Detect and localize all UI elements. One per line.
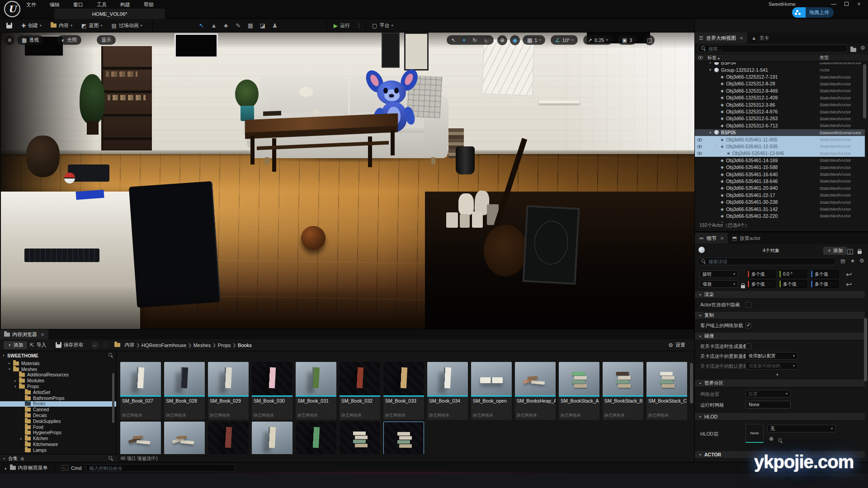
section-replication[interactable]: ▾复制: [695, 312, 865, 319]
perspective-selector[interactable]: ▦透视: [17, 35, 43, 45]
breadcrumb-item-HQRetroFarmhouse[interactable]: HQRetroFarmhouse: [142, 343, 186, 348]
create-folder-icon[interactable]: [850, 46, 859, 54]
display-filter-icon[interactable]: ▤: [840, 258, 845, 264]
outliner-row[interactable]: ◆: [695, 220, 865, 222]
folder-item-HygieneProps[interactable]: HygieneProps: [0, 430, 116, 436]
breadcrumb-item-Meshes[interactable]: Meshes: [193, 343, 211, 348]
gen-overlap-checkbox[interactable]: [745, 343, 751, 349]
content-settings-button[interactable]: ⚙设置: [665, 340, 688, 350]
outliner-row[interactable]: ◆Obj3d66-1325312-6-713StaticMeshActor: [695, 122, 865, 129]
menu-item-编辑[interactable]: 编辑: [50, 1, 60, 8]
favorites-icon[interactable]: ★: [850, 258, 855, 264]
outliner-scrollbar[interactable]: [863, 64, 866, 118]
rotation-y-field[interactable]: 0.0 °: [779, 270, 807, 278]
asset-tile-SM_Book_028[interactable]: SM_Book_028静态网格体: [164, 362, 205, 420]
asset-tile-SM_Book_open[interactable]: SM_Book_open静态网格体: [471, 362, 512, 420]
scale-tool-icon[interactable]: ↔: [482, 36, 491, 44]
section-hlod[interactable]: ▾HLOD: [695, 413, 865, 421]
outliner-search[interactable]: [698, 45, 848, 52]
outliner-row[interactable]: ◆Obj3d66-535461-32-220StaticMeshActor: [695, 212, 865, 219]
play-button[interactable]: ▶运行: [331, 21, 353, 30]
blueprint-convert-icon[interactable]: ◫: [847, 247, 854, 255]
scale-dropdown[interactable]: 缩放▾: [699, 280, 738, 288]
expander-icon[interactable]: ▾: [14, 385, 19, 389]
asset-tile-SM_BookStack_A[interactable]: SM_BookStack_A静态网格体: [559, 362, 599, 420]
expander-icon[interactable]: ▾: [709, 62, 714, 65]
expander-icon[interactable]: ▾: [709, 68, 714, 72]
asset-tile-SM_Book_029[interactable]: SM_Book_029静态网格体: [208, 362, 249, 420]
section-rendering[interactable]: ▾渲染: [695, 291, 865, 299]
outliner-row[interactable]: ▾◆Obj3d66-535461-12-935StaticMeshActor: [695, 143, 865, 150]
content-button[interactable]: 内容▾: [48, 21, 75, 30]
level-tab[interactable]: HOME_VOL06*: [54, 9, 165, 19]
folder-item-ArtistSet[interactable]: ArtistSet: [0, 389, 116, 395]
rotation-x-field[interactable]: 多个值: [747, 270, 775, 278]
browse-icon[interactable]: [778, 437, 783, 445]
asset-tile-SM_BooksHeap_A[interactable]: SM_BooksHeap_A静态网格体: [515, 362, 556, 420]
outliner-row[interactable]: ◆Obj3d66-535461-15-588StaticMeshActor: [695, 164, 865, 170]
console-input[interactable]: [89, 465, 232, 471]
rotation-z-field[interactable]: 多个值: [811, 270, 839, 278]
menu-item-构建[interactable]: 构建: [120, 1, 130, 8]
create-button[interactable]: ✚创建▾: [19, 21, 44, 30]
tree-scrollbar[interactable]: [112, 373, 114, 423]
forward-icon[interactable]: →: [102, 341, 109, 349]
landscape-mode-icon[interactable]: ▲: [208, 22, 219, 29]
outliner-row[interactable]: ▾Group-1325312-1-541Actor: [695, 66, 865, 73]
mesh-paint-mode-icon[interactable]: ✎: [233, 22, 244, 29]
lock-icon[interactable]: [858, 248, 862, 256]
fracture-mode-icon[interactable]: ◪: [257, 22, 268, 29]
asset-tile[interactable]: [340, 422, 380, 454]
add-component-button[interactable]: ＋添加: [823, 247, 847, 255]
net-load-checkbox[interactable]: [745, 323, 751, 328]
menu-item-工具[interactable]: 工具: [97, 1, 107, 8]
maximize-button[interactable]: [840, 1, 853, 7]
scale-z-field[interactable]: 多个值: [811, 280, 839, 288]
asset-tile-SM_Book_032[interactable]: SM_Book_032静态网格体: [340, 362, 380, 420]
scale-x-field[interactable]: 多个值: [747, 280, 775, 288]
folder-item-Decals[interactable]: Decals: [0, 413, 116, 418]
show-flags-button[interactable]: 显示: [97, 35, 116, 45]
expander-icon[interactable]: ▸: [14, 379, 19, 383]
rotate-tool-icon[interactable]: ↻: [472, 37, 477, 43]
asset-tile-SM_Book_031[interactable]: SM_Book_031静态网格体: [296, 362, 336, 420]
asset-tile-SM_Book_030[interactable]: SM_Book_030静态网格体: [252, 362, 292, 420]
outliner-row[interactable]: ◆Obj3d66-535461-18-646StaticMeshActor: [695, 178, 865, 184]
details-settings-icon[interactable]: ⚙: [859, 258, 864, 264]
outliner-search-input[interactable]: [708, 46, 844, 52]
expander-icon[interactable]: ▾: [716, 144, 721, 148]
folder-item-AdditionalResources[interactable]: AdditionalResources: [0, 372, 116, 378]
breadcrumb-item-Props[interactable]: Props: [218, 343, 231, 348]
back-icon[interactable]: ←: [91, 341, 99, 349]
select-tool-icon[interactable]: ↖: [451, 37, 456, 43]
folder-item-Kitchenware[interactable]: Kitchenware: [0, 441, 116, 447]
rotation-snap-control[interactable]: ∠10°▾: [551, 35, 578, 45]
breadcrumb-item-内容[interactable]: 内容: [125, 342, 135, 348]
close-button[interactable]: ×: [853, 1, 865, 7]
outliner-settings-icon[interactable]: ⚙: [860, 45, 865, 51]
breadcrumb-item-Books[interactable]: Books: [238, 343, 252, 348]
play-options-icon[interactable]: ⋮: [356, 23, 362, 29]
expander-icon[interactable]: ▸: [20, 437, 25, 441]
outliner-row[interactable]: ◆Obj3d66-1325312-5-263StaticMeshActor: [695, 115, 865, 122]
expander-icon[interactable]: ▸: [9, 361, 13, 365]
expander-icon[interactable]: ▾: [709, 131, 714, 135]
asset-tile-SM_BookStack_B[interactable]: SM_BookStack_B静态网格体: [603, 362, 643, 420]
import-button[interactable]: ⇱导入: [27, 340, 49, 350]
runtime-grid-field[interactable]: None: [745, 401, 791, 408]
folder-item-Food[interactable]: Food: [0, 424, 116, 430]
tab-place-actors[interactable]: ⬒放置actor: [728, 233, 764, 244]
menu-item-文件[interactable]: 文件: [26, 1, 36, 8]
save-button[interactable]: [4, 21, 15, 30]
folder-item-Lamps[interactable]: Lamps: [0, 447, 116, 453]
outliner-row[interactable]: ◆Obj3d66-535461-16-640StaticMeshActor: [695, 171, 865, 178]
close-icon[interactable]: ✕: [41, 332, 44, 337]
content-drawer-button[interactable]: 内容侧滑菜单: [18, 465, 48, 471]
outliner-row[interactable]: ◆Obj3d66-535461-11-955StaticMeshActor: [695, 136, 865, 143]
tree-root[interactable]: ▾SWEETHOME: [0, 352, 116, 359]
use-selected-icon[interactable]: ⊕: [769, 436, 774, 442]
surface-snapping-button[interactable]: ◉: [510, 35, 520, 45]
search-icon[interactable]: [108, 456, 113, 461]
folder-item-Meshes[interactable]: ▾Meshes: [0, 366, 116, 372]
asset-tile[interactable]: [296, 422, 336, 454]
